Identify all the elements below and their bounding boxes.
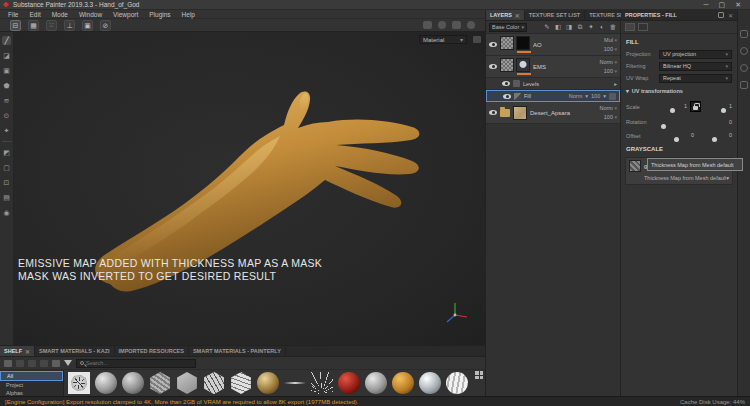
projection-tool-icon[interactable]: ▣ <box>2 66 11 75</box>
tab-close-icon[interactable]: ✕ <box>25 348 30 355</box>
add-mask-icon[interactable]: ◐ <box>598 23 606 31</box>
symmetry-settings-icon[interactable]: ◉ <box>2 208 11 217</box>
camera-rotation-icon[interactable] <box>438 21 446 29</box>
pivot-icon[interactable]: ⊥ <box>64 20 75 31</box>
projection-mode-icon[interactable]: ▣ <box>82 20 93 31</box>
content-thumbnail[interactable] <box>516 58 530 72</box>
uv-wrap-dropdown[interactable]: Repeat ▾ <box>659 74 732 83</box>
maximize-button[interactable]: ▢ <box>719 0 726 10</box>
slider-knob[interactable] <box>721 108 726 113</box>
filter-funnel-icon[interactable] <box>64 360 72 366</box>
slider-knob[interactable] <box>712 137 717 142</box>
perspective-toggle-icon[interactable] <box>423 21 432 29</box>
filtering-dropdown[interactable]: Bilinear HQ ▾ <box>659 62 732 71</box>
history-icon[interactable] <box>740 81 748 89</box>
layer-name[interactable]: AO <box>533 42 601 48</box>
tab-shelf[interactable]: SHELF ✕ <box>0 346 35 356</box>
scale-link-lock[interactable] <box>690 101 701 112</box>
opacity-dropdown[interactable]: 100 <box>604 46 613 52</box>
projection-dropdown[interactable]: UV projection ▾ <box>659 50 732 59</box>
asset-rays-alpha[interactable] <box>311 372 333 394</box>
effect-row-levels[interactable]: Levels ▸ <box>486 78 620 90</box>
geometry-mask-icon[interactable]: ▢ <box>2 163 11 172</box>
grayscale-source-dropdown[interactable]: Thickness Map from Mesh default ▾ <box>626 174 732 184</box>
viewport-chat-icon[interactable] <box>452 21 461 29</box>
shading-mode-dropdown[interactable]: Material ▾ <box>419 35 467 44</box>
snap-grid-icon[interactable]: ▦ <box>28 20 39 31</box>
blend-mode-dropdown[interactable]: Norm <box>600 59 613 65</box>
import-resource-icon[interactable] <box>28 360 36 367</box>
polygon-fill-tool-icon[interactable]: ⬟ <box>2 81 11 90</box>
opacity-dropdown[interactable]: 100 <box>604 114 613 120</box>
menu-plugins[interactable]: Plugins <box>149 11 170 18</box>
layer-name[interactable]: EMS <box>533 64 597 70</box>
layer-row-desert-apsara[interactable]: Desert_Apsara Norm ▾ 100 ▾ <box>486 102 620 124</box>
eraser-tool-icon[interactable]: ◪ <box>2 51 11 60</box>
uv-transformations-header[interactable]: ▾ UV transformations <box>621 84 737 96</box>
effect-name[interactable]: Levels <box>523 81 539 87</box>
chevron-icon[interactable]: ▸ <box>614 81 617 87</box>
content-thumbnail[interactable] <box>513 106 527 120</box>
channel-filter-dropdown[interactable]: Base Color ▾ <box>489 23 527 32</box>
opacity-dropdown[interactable]: 100 <box>591 93 600 99</box>
tab-smart-materials-painterly[interactable]: SMART MATERIALS - PAINTERLY <box>189 346 286 356</box>
blend-mode-dropdown[interactable]: Mul <box>604 37 613 43</box>
menu-viewport[interactable]: Viewport <box>113 11 138 18</box>
layer-row-ao[interactable]: AO Mul ▾ 100 ▾ <box>486 34 620 56</box>
grid-view-icon[interactable] <box>475 371 483 379</box>
folder-icon[interactable] <box>4 360 12 367</box>
layer-row-ems[interactable]: EMS Norm ▾ 100 ▾ <box>486 56 620 78</box>
asset-material-sphere[interactable] <box>392 372 414 394</box>
layer-name[interactable]: Desert_Apsara <box>530 110 597 116</box>
display-settings-icon[interactable] <box>740 30 748 38</box>
category-alphas[interactable]: Alphas <box>0 389 63 396</box>
rotation-value[interactable]: 0 <box>659 119 732 125</box>
menu-help[interactable]: Help <box>182 11 195 18</box>
add-group-icon[interactable]: ⧉ <box>576 23 584 31</box>
add-smart-material-icon[interactable]: ✦ <box>587 23 595 31</box>
axis-gizmo[interactable] <box>445 301 471 325</box>
link-resource-icon[interactable] <box>40 360 48 367</box>
asset-material-sphere[interactable] <box>122 372 144 394</box>
close-button[interactable]: ✕ <box>735 0 741 10</box>
visibility-eye-icon[interactable] <box>489 64 497 69</box>
asset-material-sphere[interactable] <box>446 372 468 394</box>
content-thumbnail[interactable] <box>516 36 530 50</box>
tab-smart-materials-kazi[interactable]: SMART MATERIALS - KAZI <box>35 346 114 356</box>
blend-mode-dropdown[interactable]: Norm <box>569 93 582 99</box>
shader-settings-icon[interactable] <box>740 47 748 55</box>
tab-imported-resources[interactable]: IMPORTED RESOURCES <box>115 346 189 356</box>
paint-brush-tool-icon[interactable]: ╱ <box>2 36 11 45</box>
clone-tool-icon[interactable]: ⊙ <box>2 111 11 120</box>
asset-material-sphere[interactable] <box>419 372 441 394</box>
tab-texture-set-list[interactable]: TEXTURE SET LIST <box>525 10 585 20</box>
scale-y-value[interactable]: 1 <box>704 103 732 109</box>
asset-material-sphere[interactable] <box>365 372 387 394</box>
material-picker-tool-icon[interactable]: ✦ <box>2 126 11 135</box>
effect-name[interactable]: Fill <box>524 93 531 99</box>
visibility-eye-icon[interactable] <box>502 81 510 86</box>
camera-settings-icon[interactable] <box>740 64 748 72</box>
visibility-eye-icon[interactable] <box>503 94 511 99</box>
uv-view-icon[interactable]: ⊡ <box>2 178 11 187</box>
tab-layers[interactable]: LAYERS ✕ <box>486 10 525 20</box>
menu-window[interactable]: Window <box>79 11 102 18</box>
delete-layer-icon[interactable]: 🗑 <box>609 23 617 31</box>
add-fill-layer-icon[interactable]: ◨ <box>565 23 573 31</box>
category-all[interactable]: All <box>0 371 63 381</box>
visibility-eye-icon[interactable] <box>489 42 497 47</box>
asset-mandala-alpha[interactable] <box>68 372 90 394</box>
asset-material-sphere[interactable] <box>95 372 117 394</box>
mask-thumbnail[interactable] <box>500 36 514 50</box>
search-input[interactable] <box>86 360 192 366</box>
opacity-dropdown[interactable]: 100 <box>604 68 613 74</box>
asset-material-sphere[interactable] <box>257 372 279 394</box>
visibility-eye-icon[interactable] <box>489 110 497 115</box>
add-paint-layer-icon[interactable]: ◧ <box>554 23 562 31</box>
material-mode-icon[interactable] <box>625 23 635 31</box>
snapshot-icon[interactable] <box>467 21 475 29</box>
quick-mask-icon[interactable]: ◩ <box>2 148 11 157</box>
layer-thumbnails[interactable] <box>500 58 530 75</box>
mask-thumbnail[interactable] <box>500 58 514 72</box>
stencil-icon[interactable]: ▤ <box>2 193 11 202</box>
